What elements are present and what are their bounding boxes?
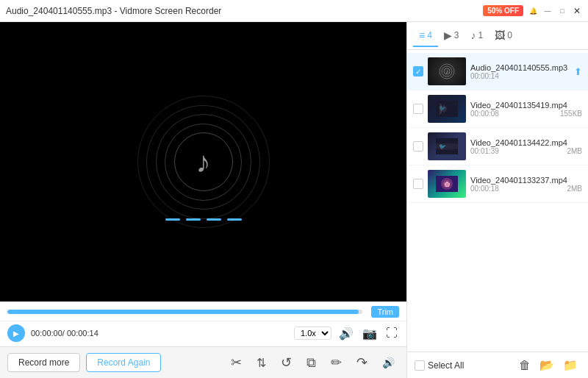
left-panel: ♪ Trim ▶ 00:00:00/ 00:00:14 <box>0 22 406 378</box>
app-title: Audio_240401140555.mp3 - Vidmore Screen … <box>6 6 221 16</box>
list-item[interactable]: 🐦 Video_240401135419.mp4 00:00:08 155KB <box>407 90 588 128</box>
open-file-button[interactable]: 📂 <box>537 357 557 374</box>
file-list: ✓ ♪ Audio_240401140555.mp3 00:00:14 ⬆ <box>407 50 588 352</box>
title-bar-right: 50% OFF 🔔 — □ ✕ <box>483 5 582 16</box>
dash-line <box>165 218 242 221</box>
tab-image-count: 0 <box>507 30 512 40</box>
folder-button[interactable]: 📁 <box>560 357 581 374</box>
file-info-2: Video_240401135419.mp4 00:00:08 155KB <box>470 101 582 118</box>
fullscreen-button[interactable]: ⛶ <box>384 325 399 341</box>
file-thumb-3: 🐦 <box>428 132 466 160</box>
title-bar-left: Audio_240401140555.mp3 - Vidmore Screen … <box>6 6 221 16</box>
file-thumb-1: ♪ <box>428 57 466 85</box>
file-info-3: Video_240401134422.mp4 00:01:39 2MB <box>470 138 582 155</box>
file-checkbox-2[interactable] <box>413 104 423 114</box>
image-icon: 🖼 <box>495 29 505 41</box>
list-item[interactable]: ✓ ♪ Audio_240401140555.mp3 00:00:14 ⬆ <box>407 53 588 90</box>
video-icon: ▶ <box>444 29 452 41</box>
share-button[interactable]: ↷ <box>352 352 372 374</box>
file-meta-3: 00:01:39 2MB <box>470 147 582 155</box>
file-checkbox-4[interactable] <box>413 179 423 189</box>
speed-select[interactable]: 1.0x 0.5x 1.5x 2.0x <box>294 327 331 340</box>
maximize-button[interactable]: □ <box>557 6 567 16</box>
adjust-button[interactable]: ⇅ <box>252 353 270 373</box>
seek-track[interactable] <box>7 310 362 314</box>
svg-text:🌸: 🌸 <box>444 181 451 188</box>
file-share-1[interactable]: ⬆ <box>574 66 582 77</box>
audio-button[interactable]: 🔊 <box>378 354 399 371</box>
copy-button[interactable]: ⧉ <box>302 352 320 374</box>
tab-all-count: 4 <box>427 30 432 40</box>
trim-button[interactable]: Trim <box>371 306 399 318</box>
discount-badge[interactable]: 50% OFF <box>483 5 523 16</box>
screenshot-button[interactable]: 📷 <box>361 325 379 342</box>
file-size-3: 2MB <box>567 147 582 155</box>
tab-video-count: 3 <box>454 30 459 40</box>
controls-bar: ▶ 00:00:00/ 00:00:14 1.0x 0.5x 1.5x 2.0x… <box>0 321 406 346</box>
file-toolbar: Select All 🗑 📂 📁 <box>407 352 588 378</box>
right-panel: ≡ 4 ▶ 3 ♪ 1 🖼 0 ✓ <box>406 22 588 378</box>
select-all-label: Select All <box>428 360 464 371</box>
list-item[interactable]: 🌸 Video_240401133237.mp4 00:00:18 2MB <box>407 165 588 203</box>
music-visual: ♪ <box>130 88 277 235</box>
tab-audio[interactable]: ♪ 1 <box>465 25 490 47</box>
file-size-2: 155KB <box>560 110 582 118</box>
list-item[interactable]: 🐦 Video_240401134422.mp4 00:01:39 2MB <box>407 128 588 165</box>
play-button[interactable]: ▶ <box>7 324 25 342</box>
close-button[interactable]: ✕ <box>572 6 582 16</box>
bell-button[interactable]: 🔔 <box>528 6 538 16</box>
bottom-bar: Record more Record Again ✂ ⇅ ↺ ⧉ ✏ ↷ 🔊 <box>0 346 406 378</box>
progress-area: Trim <box>0 302 406 321</box>
audio-icon: ♪ <box>471 29 476 41</box>
select-all-checkbox[interactable] <box>415 360 425 371</box>
seek-fill <box>7 310 359 314</box>
file-thumb-4: 🌸 <box>428 170 466 198</box>
file-name-4: Video_240401133237.mp4 <box>470 176 582 185</box>
music-note-icon: ♪ <box>196 146 211 179</box>
minimize-button[interactable]: — <box>542 6 553 16</box>
file-info-4: Video_240401133237.mp4 00:00:18 2MB <box>470 176 582 193</box>
tab-image[interactable]: 🖼 0 <box>489 25 518 47</box>
file-name-1: Audio_240401140555.mp3 <box>470 63 570 72</box>
file-size-4: 2MB <box>567 185 582 193</box>
svg-text:🐦: 🐦 <box>439 104 446 112</box>
tab-video[interactable]: ▶ 3 <box>438 25 465 47</box>
file-name-2: Video_240401135419.mp4 <box>470 101 582 110</box>
time-display: 00:00:00/ 00:00:14 <box>31 329 104 338</box>
file-checkbox-1[interactable]: ✓ <box>413 66 423 76</box>
tabs-row: ≡ 4 ▶ 3 ♪ 1 🖼 0 <box>407 22 588 50</box>
file-meta-2: 00:00:08 155KB <box>470 110 582 118</box>
record-again-button[interactable]: Record Again <box>86 353 161 372</box>
file-duration-3: 00:01:39 <box>470 147 499 155</box>
main-container: ♪ Trim ▶ 00:00:00/ 00:00:14 <box>0 22 588 378</box>
svg-text:🐦: 🐦 <box>439 143 446 150</box>
file-duration-4: 00:00:18 <box>470 185 499 193</box>
file-checkbox-3[interactable] <box>413 141 423 151</box>
seek-bar-container[interactable]: Trim <box>7 306 399 318</box>
file-info-1: Audio_240401140555.mp3 00:00:14 <box>470 63 570 80</box>
tab-audio-count: 1 <box>478 30 484 40</box>
file-meta-1: 00:00:14 <box>470 72 570 80</box>
volume-button[interactable]: 🔊 <box>337 325 355 342</box>
svg-text:♪: ♪ <box>445 68 448 75</box>
file-meta-4: 00:00:18 2MB <box>470 185 582 193</box>
list-icon: ≡ <box>419 29 425 41</box>
video-area: ♪ <box>0 22 406 302</box>
delete-button[interactable]: 🗑 <box>516 357 534 374</box>
file-duration-2: 00:00:08 <box>470 110 499 118</box>
edit-button[interactable]: ✏ <box>326 352 346 374</box>
title-bar: Audio_240401140555.mp3 - Vidmore Screen … <box>0 0 588 22</box>
file-duration-1: 00:00:14 <box>470 72 499 80</box>
file-name-3: Video_240401134422.mp4 <box>470 138 582 147</box>
cut-button[interactable]: ✂ <box>226 352 246 374</box>
rotate-button[interactable]: ↺ <box>276 352 296 374</box>
tab-all[interactable]: ≡ 4 <box>413 25 438 47</box>
record-more-button[interactable]: Record more <box>7 353 80 372</box>
file-thumb-2: 🐦 <box>428 95 466 123</box>
